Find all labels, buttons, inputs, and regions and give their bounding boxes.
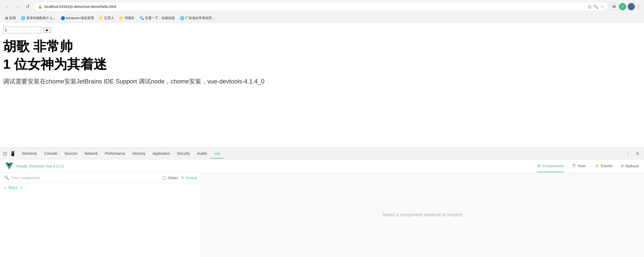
tab-application[interactable]: Application	[149, 149, 174, 159]
screen-cast-icon[interactable]: ⊡	[588, 4, 591, 9]
bookmark-shangde[interactable]: 🌐 登录尚德机构个人...	[19, 15, 58, 21]
vue-right-panel: Select a component instance to inspect.	[201, 173, 644, 257]
filter-search-icon: 🔍	[4, 175, 9, 180]
refresh-icon: ↺	[621, 164, 624, 168]
format-label: Format	[186, 176, 197, 180]
zoom-icon[interactable]: 🔍	[593, 4, 598, 9]
baidu-icon: 🐾	[140, 16, 144, 20]
devtools-controls: ⊡ 📱	[2, 150, 17, 158]
vue-header: Ready. Detected Vue 2.6.11. ⚙ Components…	[0, 160, 644, 173]
imported-icon: 📁	[99, 16, 103, 20]
input-row: ▶	[3, 27, 641, 33]
main-title: 胡歌 非常帅	[3, 38, 641, 54]
tab-security[interactable]: Security	[174, 149, 194, 159]
lumasum-icon: 🔵	[61, 16, 65, 20]
components-icon: ⚙	[537, 163, 541, 168]
devtools-panel: ⊡ 📱 Elements Console Sources Network Per…	[0, 148, 644, 257]
apps-icon: ⊞	[5, 16, 8, 20]
vue-header-right: ⚙ Components ⏱ Vuex ⚡ Events ↺ Refresh	[537, 160, 639, 172]
bookmark-lumasum[interactable]: 🔵 lumasum-域名管理	[59, 15, 96, 21]
bookmark-guangdong-label: 广东省自学考试管...	[185, 16, 215, 20]
components-label: Components	[542, 164, 564, 168]
vue-component-tree: < Root >	[0, 183, 201, 257]
tab-memory[interactable]: Memory	[129, 149, 149, 159]
format-button[interactable]: Tr Format	[181, 176, 197, 180]
tab-audits[interactable]: Audits	[193, 149, 211, 159]
nav-bar: ← → ↺ 🔒 localhost:63342/js-demo/vue-demo…	[0, 0, 644, 13]
events-label: Events	[601, 164, 613, 168]
guangdong-icon: 🌐	[180, 16, 184, 20]
devtools-menu-button[interactable]: ⋮	[623, 149, 633, 158]
increment-button[interactable]: ▶	[43, 27, 51, 33]
description-text: 调试需要安装在chome安装JetBrains IDE Support 调试no…	[3, 77, 641, 85]
browser-actions: JB V 👤 ⋮	[610, 3, 641, 10]
select-icon: ◯	[162, 176, 166, 180]
sub-title: 1 位女神为其着迷	[3, 56, 641, 72]
filter-input[interactable]	[11, 176, 159, 180]
page-content: ▶ 胡歌 非常帅 1 位女神为其着迷 调试需要安装在chome安装JetBrai…	[0, 23, 644, 90]
tab-elements[interactable]: Elements	[19, 149, 41, 159]
bookmarks-bar: ⊞ 应用 🌐 登录尚德机构个人... 🔵 lumasum-域名管理 📁 已导入 …	[0, 13, 644, 22]
events-icon: ⚡	[594, 163, 599, 168]
url-text: localhost:63342/js-demo/vue-demo/hello.h…	[44, 5, 586, 9]
vue-body: 🔍 ◯ Select Tr Format < Root >	[0, 173, 644, 257]
star-icon[interactable]: ☆	[600, 4, 604, 9]
reload-button[interactable]: ↺	[23, 3, 32, 11]
root-component-item[interactable]: < Root >	[4, 185, 197, 190]
tab-performance[interactable]: Performance	[101, 149, 129, 159]
inspect-icon[interactable]: ⊡	[2, 150, 8, 158]
vue-tab-events[interactable]: ⚡ Events	[594, 160, 613, 172]
refresh-button[interactable]: ↺ Refresh	[621, 164, 639, 168]
vue-logo-icon	[5, 162, 13, 170]
tab-console[interactable]: Console	[41, 149, 61, 159]
tab-network[interactable]: Network	[81, 149, 101, 159]
profile-icon[interactable]: 👤	[628, 3, 635, 10]
device-icon[interactable]: 📱	[9, 150, 17, 158]
shangde-icon: 🌐	[21, 16, 25, 20]
bookmark-bookmarks[interactable]: 📁 书签栏	[117, 15, 137, 21]
select-label: Select	[168, 176, 178, 180]
vue-ext-icon[interactable]: V	[619, 3, 626, 10]
vue-tab-vuex[interactable]: ⏱ Vuex	[572, 160, 586, 172]
jetbrains-ext-icon[interactable]: JB	[610, 3, 617, 10]
tab-sources[interactable]: Sources	[61, 149, 81, 159]
back-button[interactable]: ←	[3, 3, 11, 11]
vuex-label: Vuex	[577, 164, 586, 168]
bookmark-bookmarks-label: 书签栏	[125, 16, 135, 20]
bookmark-guangdong[interactable]: 🌐 广东省自学考试管...	[178, 15, 217, 21]
address-icons: ⊡ 🔍 ☆	[588, 4, 604, 9]
vuex-icon: ⏱	[572, 164, 576, 168]
select-button[interactable]: ◯ Select	[162, 176, 178, 180]
format-icon: Tr	[181, 176, 184, 180]
bookmark-imported-label: 已导入	[104, 16, 114, 20]
number-input[interactable]	[3, 27, 41, 33]
bookmark-apps[interactable]: ⊞ 应用	[3, 15, 18, 21]
browser-chrome: ← → ↺ 🔒 localhost:63342/js-demo/vue-demo…	[0, 0, 644, 23]
bookmarks-icon: 📁	[119, 16, 124, 20]
vue-status-text: Ready. Detected Vue 2.6.11.	[16, 164, 65, 168]
vue-filter-bar: 🔍 ◯ Select Tr Format	[0, 173, 201, 183]
devtools-tab-bar: ⊡ 📱 Elements Console Sources Network Per…	[0, 148, 644, 160]
address-bar[interactable]: 🔒 localhost:63342/js-demo/vue-demo/hello…	[34, 2, 608, 11]
bookmark-baidu[interactable]: 🐾 百度一下，你就知道	[138, 15, 177, 21]
vue-panel: Ready. Detected Vue 2.6.11. ⚙ Components…	[0, 160, 644, 257]
bookmark-imported[interactable]: 📁 已导入	[97, 15, 116, 21]
inspect-hint-text: Select a component instance to inspect.	[382, 212, 463, 218]
bookmark-baidu-label: 百度一下，你就知道	[145, 16, 175, 20]
bookmark-lumasum-label: lumasum-域名管理	[66, 16, 94, 20]
vue-tab-components[interactable]: ⚙ Components	[537, 160, 564, 172]
devtools-close-button[interactable]: ✕	[633, 149, 642, 158]
tab-vue[interactable]: Vue	[211, 149, 224, 159]
refresh-label: Refresh	[625, 164, 639, 168]
bookmark-apps-label: 应用	[9, 16, 16, 20]
vue-left-panel: 🔍 ◯ Select Tr Format < Root >	[0, 173, 201, 257]
bookmark-shangde-label: 登录尚德机构个人...	[26, 16, 56, 20]
forward-button[interactable]: →	[13, 3, 21, 11]
menu-icon[interactable]: ⋮	[636, 4, 641, 9]
filter-input-wrap: 🔍	[4, 175, 159, 180]
